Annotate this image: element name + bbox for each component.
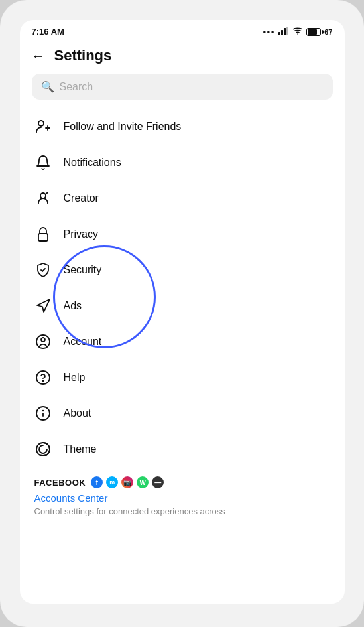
account-icon: [34, 333, 52, 350]
oculus-icon: —: [152, 476, 164, 488]
menu-label-theme: Theme: [64, 443, 97, 455]
svg-rect-3: [286, 27, 288, 35]
messenger-icon: m: [106, 476, 118, 488]
back-button[interactable]: ←: [32, 48, 45, 64]
help-icon: [34, 369, 52, 386]
header: ← Settings: [20, 40, 345, 71]
battery-level: 67: [324, 28, 332, 36]
facebook-section: FACEBOOK f m 📷 W — Accounts Center Contr…: [20, 467, 345, 522]
menu-item-about[interactable]: About: [20, 395, 345, 431]
menu-label-security: Security: [64, 264, 102, 276]
search-icon: 🔍: [41, 80, 54, 93]
menu-item-follow-invite[interactable]: Follow and Invite Friends: [20, 109, 345, 145]
status-bar: 7:16 AM •••: [20, 20, 345, 40]
svg-point-10: [36, 371, 50, 384]
battery-icon: [306, 28, 321, 36]
svg-point-9: [41, 338, 45, 342]
menu-item-notifications[interactable]: Notifications: [20, 145, 345, 180]
facebook-f-icon: f: [91, 476, 103, 488]
svg-point-5: [38, 121, 44, 126]
creator-icon: [34, 190, 52, 207]
menu-item-help[interactable]: Help: [20, 360, 345, 395]
menu-label-follow-invite: Follow and Invite Friends: [64, 121, 182, 133]
screen: 7:16 AM •••: [20, 20, 345, 604]
theme-icon: [34, 441, 52, 458]
bell-icon: [34, 154, 52, 171]
search-placeholder: Search: [60, 81, 93, 93]
status-icons: •••: [263, 27, 333, 36]
accounts-center-link[interactable]: Accounts Center: [34, 492, 330, 504]
dots-icon: •••: [263, 27, 276, 36]
instagram-icon: 📷: [121, 476, 133, 488]
menu-label-notifications: Notifications: [64, 157, 121, 169]
menu-label-ads: Ads: [64, 300, 82, 312]
facebook-label: FACEBOOK: [34, 478, 86, 488]
svg-rect-7: [38, 234, 48, 241]
svg-rect-1: [281, 30, 283, 35]
menu-list: Follow and Invite Friends Notifications: [20, 106, 345, 604]
shield-icon: [34, 261, 52, 279]
menu-item-privacy[interactable]: Privacy: [20, 216, 345, 252]
search-bar[interactable]: 🔍 Search: [32, 74, 333, 100]
accounts-center-desc: Control settings for connected experienc…: [34, 506, 330, 516]
svg-rect-0: [278, 32, 280, 35]
signal-icon: [278, 27, 289, 36]
menu-label-creator: Creator: [64, 192, 99, 204]
menu-label-account: Account: [64, 336, 102, 348]
svg-point-6: [40, 193, 46, 198]
info-icon: [34, 405, 52, 422]
svg-rect-2: [284, 28, 286, 35]
facebook-label-row: FACEBOOK f m 📷 W —: [34, 476, 330, 488]
menu-item-creator[interactable]: Creator: [20, 180, 345, 216]
menu-item-theme[interactable]: Theme: [20, 431, 345, 467]
menu-item-security[interactable]: Security: [20, 252, 345, 288]
wifi-icon: [292, 27, 303, 36]
facebook-social-icons: f m 📷 W —: [91, 476, 164, 488]
whatsapp-icon: W: [137, 476, 149, 488]
menu-item-ads[interactable]: Ads: [20, 288, 345, 324]
menu-label-about: About: [64, 407, 91, 419]
menu-item-account[interactable]: Account: [20, 324, 345, 360]
svg-point-4: [297, 33, 298, 35]
follow-icon: [34, 118, 52, 135]
menu-label-help: Help: [64, 372, 86, 383]
phone-frame: 7:16 AM •••: [0, 0, 364, 627]
ads-icon: [34, 297, 52, 314]
page-title: Settings: [54, 47, 112, 64]
lock-icon: [34, 226, 52, 243]
menu-label-privacy: Privacy: [64, 228, 98, 240]
status-time: 7:16 AM: [32, 27, 64, 36]
